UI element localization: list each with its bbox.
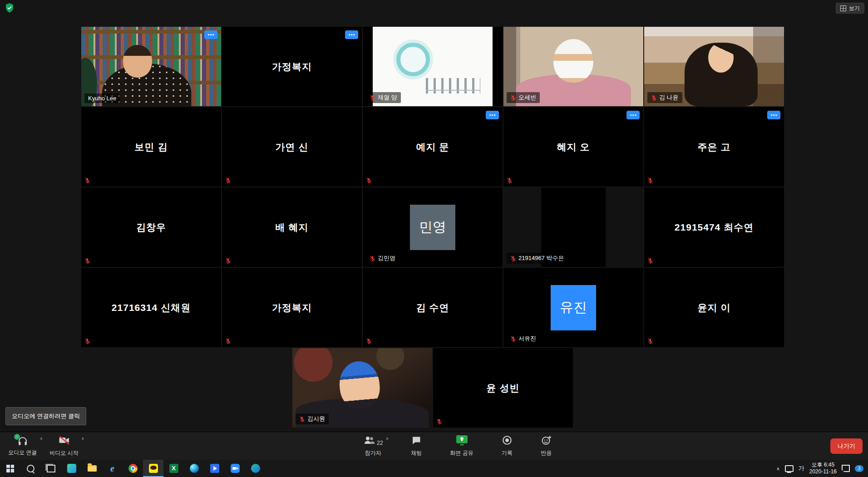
taskbar-date: 2020-11-16 — [809, 468, 837, 475]
kakaotalk-icon[interactable] — [143, 460, 163, 477]
participant-name-center: 김 수연 — [363, 268, 503, 347]
share-screen-icon — [456, 435, 468, 447]
reactions-label: 반응 — [541, 449, 552, 457]
participant-name-label — [647, 177, 653, 183]
participant-tile[interactable]: 김 나윤 — [644, 27, 784, 106]
participant-name-label: Kyuho Lee — [84, 93, 120, 103]
participant-name-text: 김 나윤 — [659, 93, 679, 102]
chrome-icon[interactable] — [123, 460, 143, 477]
participant-tile[interactable]: 윤지 이 — [644, 268, 784, 347]
share-screen-button[interactable]: 화면 공유 — [444, 432, 479, 460]
action-center-icon[interactable] — [842, 465, 850, 472]
zoom-toolbar: ↑ 오디오 연결 ∧ 비디오 시작 ∧ 22 — [0, 432, 868, 460]
taskbar-apps: eX — [0, 460, 266, 477]
tray-chevron-up-icon[interactable]: ∧ — [776, 466, 779, 471]
participant-tile[interactable]: 보민 김 — [81, 107, 221, 187]
participant-tile[interactable]: 민영김민영 — [363, 187, 503, 267]
tile-options-button[interactable]: ⋯ — [486, 111, 499, 119]
participant-tile[interactable]: 주은 고⋯ — [644, 107, 784, 187]
view-button[interactable]: 보기 — [836, 3, 864, 14]
participant-name-label: 김민영 — [366, 253, 399, 264]
movies-tv-icon[interactable] — [204, 460, 225, 477]
app-teal-icon[interactable] — [61, 460, 82, 477]
participant-name-center: 주은 고 — [644, 107, 784, 187]
taskbar-clock[interactable]: 오후 6:45 2020-11-16 — [809, 462, 837, 475]
participant-tile[interactable]: 21915474 최수연 — [644, 187, 784, 267]
participant-tile[interactable]: 혜지 오⋯ — [503, 107, 643, 187]
join-audio-button[interactable]: ↑ 오디오 연결 ∧ — [2, 432, 43, 460]
participants-chevron-icon[interactable]: ∧ — [386, 436, 389, 441]
participant-tile[interactable]: 가연 신 — [222, 107, 362, 187]
participant-tile[interactable]: 예지 문⋯ — [363, 107, 503, 187]
windows-taskbar: eX ∧ 가 오후 6:45 2020-11-16 3 — [0, 460, 868, 477]
join-audio-chevron-icon[interactable]: ∧ — [40, 436, 43, 441]
headset-icon: ↑ — [17, 436, 29, 447]
participant-tile[interactable]: 21914967 박수은 — [503, 187, 643, 267]
participant-name-label — [225, 338, 231, 344]
avatar: 유진 — [551, 285, 596, 330]
participants-label: 참가자 — [365, 449, 381, 457]
tile-options-button[interactable]: ⋯ — [626, 111, 640, 119]
ime-indicator[interactable]: 가 — [799, 464, 804, 472]
reactions-button[interactable]: 반응 — [534, 432, 558, 460]
chat-label: 채팅 — [411, 449, 422, 457]
participant-name-label: 김시원 — [296, 413, 329, 424]
participant-name-label — [225, 177, 231, 183]
participant-name-label — [225, 258, 231, 264]
record-button[interactable]: 기록 — [495, 432, 519, 460]
participant-tile[interactable]: 가정복지 — [222, 268, 362, 347]
muted-mic-icon — [366, 338, 372, 344]
zoom-icon[interactable] — [225, 460, 245, 477]
task-view-icon[interactable] — [41, 460, 61, 477]
participant-tile[interactable]: 윤 성빈 — [433, 348, 573, 428]
participant-name-center: 윤지 이 — [644, 268, 784, 347]
participant-name-text: 김시원 — [307, 415, 325, 423]
muted-mic-icon — [510, 95, 516, 101]
tile-options-button[interactable]: ⋯ — [345, 30, 358, 39]
participant-tile[interactable]: 유진서유진 — [503, 268, 643, 347]
start-icon[interactable] — [0, 460, 20, 477]
participant-name-label: 서유진 — [507, 333, 540, 344]
leave-meeting-button[interactable]: 나가기 — [830, 438, 863, 454]
participant-tile[interactable]: 김 수연 — [363, 268, 503, 347]
excel-icon[interactable]: X — [163, 460, 184, 477]
participant-tile[interactable]: 오세빈 — [503, 27, 643, 106]
tile-options-button[interactable]: ⋯ — [767, 111, 780, 119]
participants-icon — [363, 435, 375, 447]
taskbar-time: 오후 6:45 — [809, 462, 837, 468]
participant-tile[interactable]: 21716314 신채원 — [81, 268, 221, 347]
edge-icon[interactable] — [184, 460, 204, 477]
chat-icon — [411, 435, 422, 447]
internet-explorer-icon[interactable]: e — [102, 460, 123, 477]
muted-mic-icon — [84, 177, 90, 183]
participant-name-label — [366, 177, 372, 183]
security-shield-icon[interactable] — [5, 3, 14, 13]
participant-name-center: 21915474 최수연 — [644, 187, 784, 267]
participant-name-center: 배 혜지 — [222, 187, 362, 267]
participant-name-label — [84, 338, 90, 344]
participant-name-text: 오세빈 — [518, 93, 536, 102]
start-video-button[interactable]: 비디오 시작 ∧ — [43, 432, 84, 460]
participant-name-text: 재열 양 — [378, 93, 397, 102]
tile-options-button[interactable]: ⋯ — [204, 30, 217, 39]
start-video-chevron-icon[interactable]: ∧ — [81, 436, 84, 441]
search-icon[interactable] — [20, 460, 41, 477]
chat-button[interactable]: 채팅 — [404, 432, 428, 460]
muted-mic-icon — [647, 258, 653, 264]
participant-tile[interactable]: 재열 양 — [363, 27, 503, 106]
muted-mic-icon — [366, 177, 372, 183]
participant-tile[interactable]: 가정복지⋯ — [222, 27, 362, 106]
participant-name-center: 21716314 신채원 — [81, 268, 221, 347]
participant-tile[interactable]: Kyuho Lee⋯ — [81, 27, 221, 106]
network-icon[interactable] — [785, 465, 794, 472]
file-explorer-icon[interactable] — [82, 460, 102, 477]
muted-mic-icon — [225, 258, 231, 264]
whale-icon[interactable] — [245, 460, 266, 477]
participant-tile[interactable]: 김시원 — [292, 348, 432, 428]
participant-tile[interactable]: 김창우 — [81, 187, 221, 267]
participant-tile[interactable]: 배 혜지 — [222, 187, 362, 267]
muted-mic-icon — [510, 336, 516, 342]
view-button-label: 보기 — [849, 5, 860, 12]
participants-button[interactable]: 22 참가자 ∧ — [357, 432, 389, 460]
participant-name-label — [507, 177, 513, 183]
